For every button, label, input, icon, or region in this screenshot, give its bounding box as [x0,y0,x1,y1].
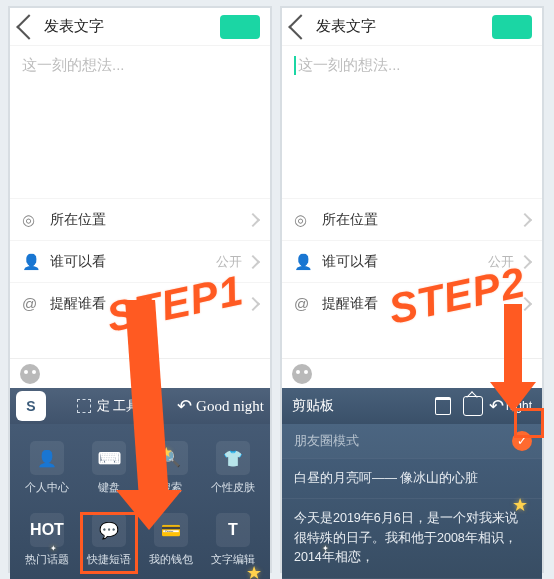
send-button[interactable] [492,15,532,39]
phone-step1: 发表文字 这一刻的想法... ◎ 所在位置 👤 谁可以看 公开 @ 提醒谁看 S [8,6,272,573]
at-icon: @ [22,295,44,312]
toolbar-label: 定 工具栏 [97,397,153,415]
tool-icon: ⌨ [92,441,126,475]
tool-icon: 👤 [30,441,64,475]
tool-个人中心[interactable]: 👤个人中心 [18,434,76,502]
goodnight-script: Good night [196,398,264,415]
tool-我的钱包[interactable]: 💳我的钱包 [142,506,200,574]
tool-icon: 👕 [216,441,250,475]
row-visibility[interactable]: 👤 谁可以看 公开 [282,240,542,282]
keyboard-toolbar: S 定 工具栏 ↶ Good night [10,388,270,424]
tool-label: 个性皮肤 [211,480,255,495]
tool-icon: T [216,513,250,547]
page-title: 发表文字 [44,17,220,36]
row-label: 提醒谁看 [50,295,248,313]
clipboard-toolbar: 剪贴板 ↶ night [282,388,542,424]
page-title: 发表文字 [316,17,492,36]
compose-placeholder: 这一刻的想法... [294,56,530,75]
compose-placeholder: 这一刻的想法... [22,56,258,75]
tool-label: 我的钱包 [149,552,193,567]
chevron-right-icon [518,254,532,268]
location-icon: ◎ [22,211,44,229]
chevron-right-icon [246,212,260,226]
undo-button[interactable]: ↶ [489,395,504,417]
row-visibility[interactable]: 👤 谁可以看 公开 [10,240,270,282]
chevron-right-icon [246,296,260,310]
undo-button[interactable]: ↶ [177,395,192,417]
grid-icon [77,399,91,413]
goodnight-script: night [506,399,532,413]
back-icon[interactable] [288,14,313,39]
compose-area[interactable]: 这一刻的想法... [282,46,542,198]
row-mention[interactable]: @ 提醒谁看 [282,282,542,324]
sogou-logo-icon[interactable]: S [16,391,46,421]
mode-label: 朋友圈模式 [294,433,359,448]
chevron-right-icon [518,296,532,310]
tool-label: 个人中心 [25,480,69,495]
tool-label: 热门话题 [25,552,69,567]
row-label: 所在位置 [322,211,520,229]
compose-area[interactable]: 这一刻的想法... [10,46,270,198]
row-label: 所在位置 [50,211,248,229]
tool-键盘[interactable]: ⌨键盘 [80,434,138,502]
person-icon: 👤 [22,253,44,271]
header: 发表文字 [10,8,270,46]
custom-toolbar-button[interactable]: 定 工具栏 [52,397,177,415]
phone-step2: 发表文字 这一刻的想法... ◎ 所在位置 👤 谁可以看 公开 @ 提醒谁看 剪… [280,6,544,573]
tool-icon: 💬 [92,513,126,547]
back-icon[interactable] [16,14,41,39]
row-label: 谁可以看 [50,253,216,271]
tool-icon: HOT [30,513,64,547]
send-button[interactable] [220,15,260,39]
at-icon: @ [294,295,316,312]
clipboard-entry[interactable]: 白昼的月亮呵—— 像冰山的心脏 [282,458,542,498]
row-location[interactable]: ◎ 所在位置 [10,198,270,240]
smiley-icon [292,364,312,384]
check-icon[interactable]: ✓ [512,431,532,451]
share-icon[interactable] [463,396,483,416]
clipboard-entry[interactable]: 今天是2019年6月6日，是一个对我来说很特殊的日子。我和他于2008年相识，2… [282,498,542,577]
row-extra: 公开 [488,253,514,271]
row-label: 谁可以看 [322,253,488,271]
emoji-bar[interactable] [282,358,542,388]
moments-mode-row[interactable]: 朋友圈模式 ✓ [282,424,542,458]
row-mention[interactable]: @ 提醒谁看 [10,282,270,324]
tool-label: 键盘 [98,480,120,495]
location-icon: ◎ [294,211,316,229]
header: 发表文字 [282,8,542,46]
clipboard-body: 朋友圈模式 ✓ 白昼的月亮呵—— 像冰山的心脏今天是2019年6月6日，是一个对… [282,424,542,579]
chevron-right-icon [246,254,260,268]
tool-快捷短语[interactable]: 💬快捷短语 [80,506,138,574]
tool-label: 搜索 [160,480,182,495]
tool-icon: 💳 [154,513,188,547]
row-extra: 公开 [216,253,242,271]
keyboard-tool-grid: ★ ★ ✦ ✦ 👤个人中心⌨键盘🔍搜索👕个性皮肤HOT热门话题💬快捷短语💳我的钱… [10,424,270,579]
tool-热门话题[interactable]: HOT热门话题 [18,506,76,574]
person-icon: 👤 [294,253,316,271]
clipboard-title: 剪贴板 [292,397,435,415]
tool-个性皮肤[interactable]: 👕个性皮肤 [204,434,262,502]
chevron-right-icon [518,212,532,226]
row-location[interactable]: ◎ 所在位置 [282,198,542,240]
smiley-icon [20,364,40,384]
trash-icon[interactable] [435,397,451,415]
emoji-bar[interactable] [10,358,270,388]
tool-label: 快捷短语 [87,552,131,567]
row-label: 提醒谁看 [322,295,520,313]
